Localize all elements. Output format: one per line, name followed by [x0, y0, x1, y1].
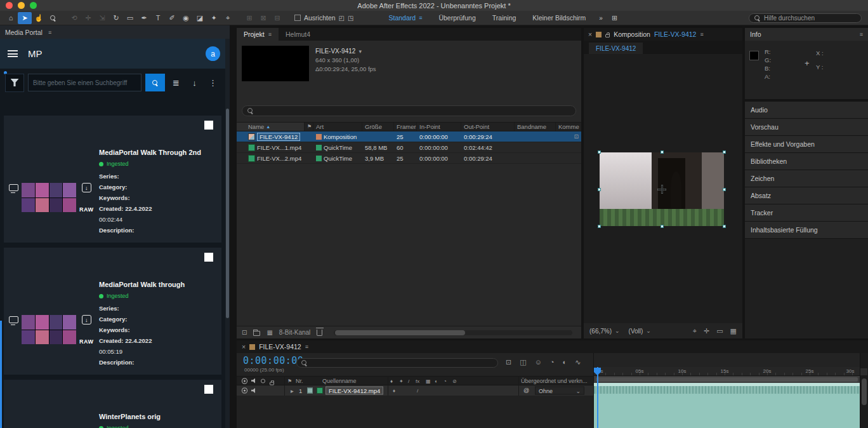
timeline-vertical-scrollbar[interactable] — [860, 353, 868, 428]
layer-name[interactable]: FILE-VX-9412.mp4 — [326, 387, 383, 395]
project-search-input[interactable] — [257, 107, 570, 114]
card-checkbox[interactable] — [204, 385, 213, 394]
snap-checkbox[interactable] — [294, 15, 301, 21]
switch-collapse-icon[interactable]: ✦ — [399, 378, 404, 384]
maximize-button[interactable] — [30, 2, 37, 9]
layer-duration-bar[interactable] — [594, 383, 860, 428]
snap-option-2-icon[interactable]: ◳ — [348, 15, 353, 22]
axis-local-icon[interactable]: ⊞ — [242, 12, 256, 24]
info-panel-title[interactable]: Info — [750, 30, 761, 38]
transparency-grid-icon[interactable]: ▦ — [730, 327, 737, 335]
close-icon[interactable]: × — [242, 343, 246, 351]
column-source-name-label[interactable]: Quellenname — [322, 378, 357, 384]
expander-icon[interactable]: ▸ — [291, 387, 294, 394]
tab-helmut4[interactable]: Helmut4 — [279, 28, 317, 41]
layer-row[interactable]: ▸ 1 FILE-VX-9412.mp4 ♦ / @ Ohne ⌄ — [237, 385, 593, 396]
axis-view-icon[interactable]: ⊟ — [270, 12, 284, 24]
download-asset-icon[interactable]: ↓ — [82, 315, 91, 324]
playhead-line[interactable] — [597, 367, 598, 428]
trash-icon[interactable] — [317, 330, 322, 336]
lock-icon[interactable] — [605, 34, 610, 37]
panel-menu-icon[interactable]: ≡ — [860, 31, 863, 37]
list-view-button[interactable]: ≣ — [169, 74, 183, 91]
composition-tab-name[interactable]: FILE-VX-9412 — [654, 30, 697, 38]
orbit-camera-tool[interactable]: ⟲ — [67, 12, 81, 24]
rotation-tool[interactable]: ↻ — [109, 12, 123, 24]
solo-icon[interactable] — [261, 378, 265, 383]
column-header-art[interactable]: Art — [313, 123, 362, 131]
transform-handle[interactable] — [723, 188, 726, 191]
work-area-bar[interactable] — [594, 376, 860, 383]
panel-menu-icon[interactable]: ≡ — [48, 29, 51, 36]
hamburger-menu-icon[interactable] — [8, 50, 18, 57]
card-checkbox[interactable] — [204, 121, 213, 130]
column-nr-label[interactable]: Nr. — [296, 378, 303, 384]
audio-icon[interactable] — [251, 388, 256, 393]
panel-menu-icon[interactable]: ≡ — [305, 344, 308, 350]
eye-icon[interactable] — [242, 378, 247, 384]
media-card[interactable]: ↓ RAW MediaPortal Walk through Ingested … — [4, 248, 221, 375]
graph-editor-icon[interactable]: ∿ — [575, 358, 581, 366]
panel-tab-vorschau[interactable]: Vorschau — [745, 119, 868, 135]
column-header-name[interactable]: Name ▲ — [237, 123, 305, 131]
panel-tab-zeichen[interactable]: Zeichen — [745, 170, 868, 187]
rectangle-tool[interactable]: ▭ — [123, 12, 137, 24]
thumbnail-strip[interactable] — [22, 183, 76, 212]
column-header-out-point[interactable]: Out-Point — [461, 123, 515, 131]
minimize-button[interactable] — [18, 2, 25, 9]
workspace-overflow-icon[interactable]: » — [594, 15, 608, 22]
media-card[interactable]: ↓ RAW MediaPortal Walk Through 2nd Inges… — [4, 116, 221, 243]
download-button[interactable]: ↓ — [187, 74, 202, 91]
close-icon[interactable]: × — [588, 30, 592, 38]
more-options-button[interactable]: ⋮ — [206, 74, 220, 91]
scrollbar-thumb[interactable] — [226, 109, 229, 318]
scrollbar[interactable] — [225, 39, 230, 428]
column-header-bandname[interactable]: Bandname — [515, 123, 556, 131]
item-name[interactable]: FILE-VX-9412 — [257, 133, 300, 141]
workspace-tab-training[interactable]: Training — [484, 14, 525, 22]
workspace-menu-icon[interactable]: ≡ — [419, 15, 422, 21]
switch-shy-icon[interactable]: ♦ — [390, 378, 393, 384]
region-of-interest-icon[interactable]: ▭ — [716, 327, 723, 335]
thumbnail-strip[interactable] — [22, 315, 76, 344]
download-asset-icon[interactable]: ↓ — [82, 183, 91, 192]
grid-guides-icon[interactable]: ⌖ — [693, 327, 697, 335]
transform-handle[interactable] — [598, 188, 601, 191]
bit-depth-label[interactable]: 8-Bit-Kanal — [279, 329, 310, 336]
viewer-tab[interactable]: FILE-VX-9412 — [589, 43, 643, 54]
transform-handle[interactable] — [598, 225, 601, 228]
eye-icon[interactable] — [242, 388, 247, 394]
help-search-input[interactable] — [764, 15, 856, 22]
media-portal-tab[interactable]: Media Portal — [5, 29, 43, 36]
tab-projekt[interactable]: Projekt ≡ — [237, 28, 279, 41]
zoom-dropdown[interactable]: (66,7%) ⌄ — [589, 328, 620, 335]
panel-menu-icon[interactable]: ≡ — [268, 31, 272, 37]
timeline-search-input[interactable] — [310, 360, 493, 366]
panel-tab-effekte[interactable]: Effekte und Vorgaben — [745, 136, 868, 152]
panel-tab-inhaltsbasierte-fuellung[interactable]: Inhaltsbasierte Füllung — [745, 222, 868, 238]
workspace-tab-standard[interactable]: Standard ≡ — [381, 14, 431, 22]
new-composition-icon[interactable]: ▦ — [266, 329, 272, 336]
parent-dropdown[interactable]: Ohne ⌄ — [535, 387, 584, 395]
transform-handle[interactable] — [661, 150, 664, 154]
avatar[interactable]: a — [206, 46, 220, 61]
home-icon[interactable]: ⌂ — [4, 12, 18, 24]
transform-handle[interactable] — [723, 150, 726, 154]
workspace-tab-ueberpruefung[interactable]: Überprüfung — [430, 14, 483, 22]
label-flag-icon[interactable]: ⚑ — [287, 378, 292, 384]
scrollbar-thumb[interactable] — [335, 330, 465, 335]
column-header-in-point[interactable]: In-Point — [417, 123, 461, 131]
chevron-down-icon[interactable]: ▾ — [358, 47, 362, 56]
snap-option-icon[interactable]: ◰ — [339, 15, 345, 22]
hand-tool[interactable]: ☝ — [32, 12, 46, 24]
axis-world-icon[interactable]: ⊠ — [256, 12, 270, 24]
audio-icon[interactable] — [251, 378, 256, 384]
brush-tool[interactable]: ✐ — [165, 12, 179, 24]
switch-frame-blend-icon[interactable]: ▦ — [426, 378, 431, 384]
switch-adjustment-icon[interactable]: ◔ — [444, 378, 447, 384]
panel-tab-audio[interactable]: Audio — [745, 102, 868, 118]
anchor-point-icon[interactable] — [658, 185, 666, 194]
transform-handle[interactable] — [598, 150, 601, 154]
workspace-manager-icon[interactable]: ⊞ — [608, 14, 621, 22]
column-header-framerate[interactable]: Framerate — [394, 123, 417, 131]
